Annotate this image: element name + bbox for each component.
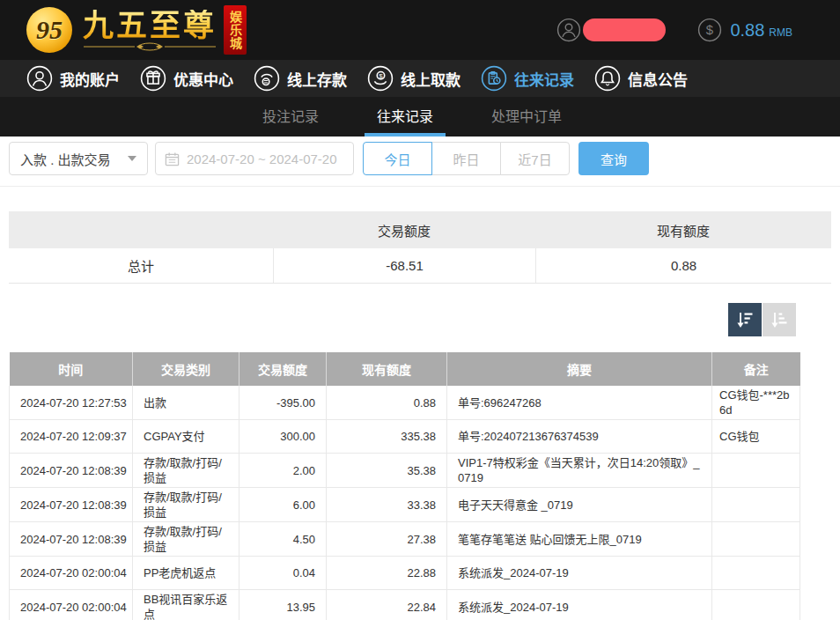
date-range-value: 2024-07-20 ~ 2024-07-20 <box>187 151 337 166</box>
table-row: 2024-07-20 12:08:39 存款/取款/打码/损益 4.50 27.… <box>10 522 800 557</box>
calendar-icon <box>165 151 180 166</box>
today-button[interactable]: 今日 <box>363 142 432 175</box>
sub-nav: 投注记录 往来记录 处理中订单 <box>0 97 840 137</box>
cell-time: 2024-07-20 12:08:39 <box>10 454 133 488</box>
yesterday-button[interactable]: 昨日 <box>431 142 501 175</box>
sort-ascending-button[interactable] <box>763 303 796 336</box>
cell-balance: 27.38 <box>327 522 447 557</box>
transactions-table: 时间 交易类别 交易额度 现有额度 摘要 备注 2024-07-20 12:27… <box>9 352 800 620</box>
user-icon <box>26 65 53 92</box>
site-logo[interactable]: 95 九五至尊 娱乐城 <box>0 5 247 55</box>
tab-bet-records[interactable]: 投注记录 <box>250 97 331 137</box>
cell-time: 2024-07-20 02:00:04 <box>10 557 133 590</box>
nav-item-promotions[interactable]: 优惠中心 <box>140 65 233 92</box>
cell-amount: 13.95 <box>239 590 327 620</box>
cell-summary: VIP1-7特权彩金《当天累计，次日14:20领取》_0719 <box>447 454 712 488</box>
transaction-type-select[interactable]: 入款 . 出款交易 <box>9 142 148 175</box>
records-icon <box>481 65 507 92</box>
cell-type: PP老虎机返点 <box>133 557 239 590</box>
cell-balance: 33.38 <box>327 488 447 522</box>
bell-icon <box>594 65 621 92</box>
sort-desc-icon <box>734 309 755 330</box>
cell-summary: 电子天天得意金 _0719 <box>447 488 712 522</box>
table-row: 2024-07-20 12:27:53 出款 -395.00 0.88 单号:6… <box>10 386 800 420</box>
summary-total-label: 总计 <box>9 248 273 283</box>
summary-header-balance: 现有额度 <box>535 221 831 240</box>
svg-text:$: $ <box>706 23 714 37</box>
cell-balance: 335.38 <box>327 420 447 454</box>
nav-item-transaction-records[interactable]: 往来记录 <box>481 65 574 92</box>
svg-text:$: $ <box>379 72 383 80</box>
table-row: 2024-07-20 12:08:39 存款/取款/打码/损益 2.00 35.… <box>10 454 800 488</box>
cell-remark: CG钱包-***2b6d <box>712 386 800 420</box>
tab-transaction-records[interactable]: 往来记录 <box>365 97 446 137</box>
cell-balance: 22.84 <box>327 590 447 620</box>
summary-total-row: 总计 -68.51 0.88 <box>9 248 831 284</box>
table-row: 2024-07-20 12:09:37 CGPAY支付 300.00 335.3… <box>10 420 800 454</box>
last-7-days-button[interactable]: 近7日 <box>500 142 570 175</box>
cell-remark: CG钱包 <box>712 420 800 454</box>
cell-summary: 系统派发_2024-07-19 <box>447 590 712 620</box>
cell-amount: 6.00 <box>239 488 327 522</box>
username-redacted[interactable] <box>583 18 666 41</box>
logo-flourish-ornament <box>84 42 216 51</box>
sort-controls <box>9 303 799 336</box>
logo-title: 九五至尊 <box>83 10 217 41</box>
col-header-balance: 现有额度 <box>327 352 447 386</box>
summary-transaction-total: -68.51 <box>273 248 535 283</box>
cell-type: 存款/取款/打码/损益 <box>133 522 239 557</box>
gift-icon <box>140 65 166 92</box>
filter-bar: 入款 . 出款交易 2024-07-20 ~ 2024-07-20 今日 昨日 … <box>9 142 831 175</box>
cell-amount: 0.04 <box>239 557 327 590</box>
sort-descending-button[interactable] <box>728 303 762 336</box>
nav-item-withdraw[interactable]: $ 线上取款 <box>367 65 461 92</box>
transaction-type-value: 入款 . 出款交易 <box>20 150 111 168</box>
cell-amount: 4.50 <box>239 522 327 557</box>
logo-badge: 娱乐城 <box>224 5 247 55</box>
nav-item-deposit[interactable]: 线上存款 <box>254 65 347 92</box>
top-header: 95 九五至尊 娱乐城 $ 0.88 RMB <box>0 0 840 60</box>
cell-balance: 35.38 <box>327 454 447 488</box>
summary-header-transaction: 交易额度 <box>273 221 535 240</box>
date-range-input[interactable]: 2024-07-20 ~ 2024-07-20 <box>155 142 354 175</box>
tab-pending-orders[interactable]: 处理中订单 <box>479 97 574 137</box>
nav-item-announcements[interactable]: 信息公告 <box>594 65 688 92</box>
cell-type: BB视讯百家乐返点 <box>133 590 239 620</box>
cell-time: 2024-07-20 12:09:37 <box>10 420 133 454</box>
cell-summary: 单号:696247268 <box>447 386 712 420</box>
logo-monogram-icon: 95 <box>26 7 72 53</box>
withdraw-icon: $ <box>367 65 394 92</box>
balance-amount: 0.88 <box>730 20 764 41</box>
deposit-icon <box>254 65 280 92</box>
cell-remark <box>712 522 800 557</box>
cell-summary: 系统派发_2024-07-19 <box>447 557 712 590</box>
cell-remark <box>712 488 800 522</box>
col-header-amount: 交易额度 <box>239 352 327 386</box>
user-icon <box>556 18 581 42</box>
col-header-remark: 备注 <box>712 352 800 386</box>
cell-summary: 单号:202407213676374539 <box>447 420 712 454</box>
sort-asc-icon <box>769 309 790 330</box>
cell-remark <box>712 590 800 620</box>
search-button[interactable]: 查询 <box>578 142 649 175</box>
table-row: 2024-07-20 02:00:04 PP老虎机返点 0.04 22.88 系… <box>10 557 800 590</box>
cell-balance: 22.88 <box>327 557 447 590</box>
summary-header-row: 交易额度 现有额度 <box>9 211 831 248</box>
col-header-time: 时间 <box>10 352 133 386</box>
transactions-table-body: 2024-07-20 12:27:53 出款 -395.00 0.88 单号:6… <box>10 386 800 620</box>
table-row: 2024-07-20 02:00:04 BB视讯百家乐返点 13.95 22.8… <box>10 590 800 620</box>
cell-time: 2024-07-20 12:08:39 <box>10 488 133 522</box>
table-row: 2024-07-20 12:08:39 存款/取款/打码/损益 6.00 33.… <box>10 488 800 522</box>
cell-remark <box>712 454 800 488</box>
col-header-type: 交易类别 <box>133 352 239 386</box>
summary-table: 交易额度 现有额度 总计 -68.51 0.88 <box>9 211 831 284</box>
dollar-icon: $ <box>697 18 722 42</box>
cell-balance: 0.88 <box>327 386 447 420</box>
divider <box>0 186 840 187</box>
cell-amount: -395.00 <box>239 386 327 420</box>
nav-item-my-account[interactable]: 我的账户 <box>26 65 120 92</box>
cell-summary: 笔笔存笔笔送 贴心回馈无上限_0719 <box>447 522 712 557</box>
cell-time: 2024-07-20 12:27:53 <box>10 386 133 420</box>
caret-down-icon <box>128 156 136 161</box>
cell-time: 2024-07-20 12:08:39 <box>10 522 133 557</box>
